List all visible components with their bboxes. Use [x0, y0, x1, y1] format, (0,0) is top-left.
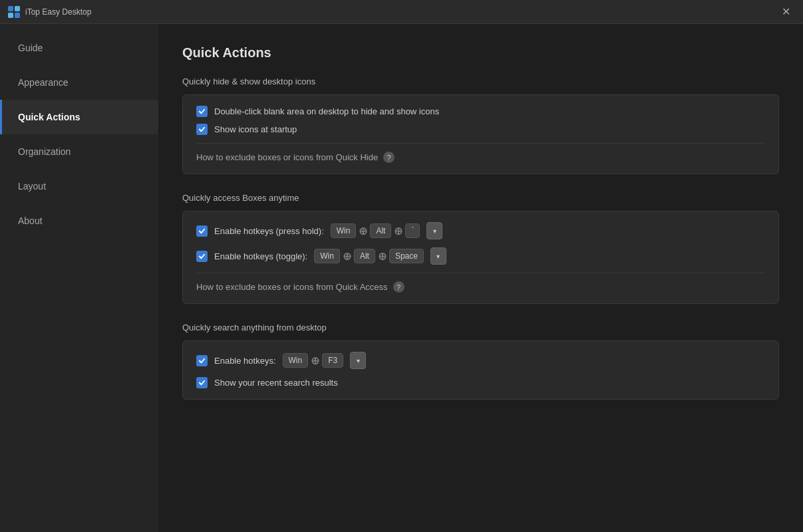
card-search: Enable hotkeys: Win ⊕ F3 ▾ Show your rec…	[182, 340, 779, 400]
title-bar: iTop Easy Desktop ✕	[0, 0, 803, 24]
help-text-hide-show: How to exclude boxes or icons from Quick…	[196, 152, 378, 162]
plus-hold-1: ⊕	[359, 225, 367, 237]
help-icon-access[interactable]: ?	[393, 281, 404, 293]
sidebar-item-quick-actions[interactable]: Quick Actions	[0, 100, 158, 134]
key-win-toggle: Win	[314, 249, 340, 263]
checkbox-row-double-click: Double-click blank area on desktop to hi…	[196, 106, 765, 117]
key-f3-search: F3	[322, 353, 343, 368]
checkbox-show-startup[interactable]	[196, 124, 208, 135]
dropdown-hold[interactable]: ▾	[426, 222, 442, 239]
checkbox-row-show-startup: Show icons at startup	[196, 124, 765, 135]
svg-rect-2	[8, 13, 13, 18]
hotkey-row-toggle: Enable hotkeys (toggle): Win ⊕ Alt ⊕ Spa…	[196, 247, 765, 265]
content-area: Quick Actions Quickly hide & show deskto…	[158, 24, 803, 532]
card-hide-show: Double-click blank area on desktop to hi…	[182, 94, 779, 174]
key-combo-toggle: Win ⊕ Alt ⊕ Space	[314, 249, 424, 263]
plus-toggle-2: ⊕	[378, 250, 387, 263]
page-title: Quick Actions	[182, 45, 779, 61]
main-layout: Guide Appearance Quick Actions Organizat…	[0, 24, 803, 532]
checkbox-recent-search-label: Show your recent search results	[214, 378, 338, 388]
key-space-toggle: Space	[389, 249, 424, 263]
key-alt-hold: Alt	[370, 223, 391, 238]
plus-hold-2: ⊕	[394, 225, 402, 237]
help-icon-hide-show[interactable]: ?	[383, 152, 395, 163]
close-button[interactable]: ✕	[776, 3, 795, 21]
hotkey-toggle-label: Enable hotkeys (toggle):	[214, 251, 307, 261]
section-access-boxes: Quickly access Boxes anytime Enable hotk…	[182, 193, 779, 304]
checkbox-show-startup-label: Show icons at startup	[214, 124, 297, 134]
hotkey-row-search: Enable hotkeys: Win ⊕ F3 ▾	[196, 352, 765, 369]
key-combo-hold: Win ⊕ Alt ⊕ `	[331, 223, 420, 238]
hotkey-search-label: Enable hotkeys:	[214, 356, 276, 366]
checkbox-recent-search[interactable]	[196, 377, 208, 388]
help-row-access: How to exclude boxes or icons from Quick…	[196, 273, 765, 293]
key-win-hold: Win	[331, 223, 357, 238]
dropdown-search[interactable]: ▾	[350, 352, 366, 369]
sidebar-item-guide[interactable]: Guide	[0, 31, 158, 65]
key-alt-toggle: Alt	[354, 249, 375, 263]
card-access-boxes: Enable hotkeys (press hold): Win ⊕ Alt ⊕…	[182, 211, 779, 304]
section-access-boxes-title: Quickly access Boxes anytime	[182, 193, 779, 203]
checkbox-double-click[interactable]	[196, 106, 208, 117]
svg-rect-1	[15, 6, 20, 11]
key-backtick-hold: `	[405, 223, 420, 238]
key-win-search: Win	[283, 353, 309, 368]
hotkey-hold-label: Enable hotkeys (press hold):	[214, 226, 324, 236]
plus-search-1: ⊕	[311, 354, 319, 367]
checkbox-search-hotkey[interactable]	[196, 355, 208, 366]
help-text-access: How to exclude boxes or icons from Quick…	[196, 282, 388, 292]
app-icon	[8, 6, 20, 18]
sidebar-item-about[interactable]: About	[0, 203, 158, 238]
section-hide-show-title: Quickly hide & show desktop icons	[182, 76, 779, 86]
checkbox-row-recent: Show your recent search results	[196, 377, 765, 388]
plus-toggle-1: ⊕	[343, 250, 351, 263]
section-search: Quickly search anything from desktop Ena…	[182, 323, 779, 400]
sidebar-item-organization[interactable]: Organization	[0, 134, 158, 169]
section-hide-show: Quickly hide & show desktop icons Double…	[182, 76, 779, 174]
help-row-hide-show: How to exclude boxes or icons from Quick…	[196, 143, 765, 163]
svg-rect-3	[15, 13, 20, 18]
sidebar: Guide Appearance Quick Actions Organizat…	[0, 24, 158, 532]
checkbox-hold[interactable]	[196, 225, 208, 237]
app-title: iTop Easy Desktop	[25, 7, 91, 17]
svg-rect-0	[8, 6, 13, 11]
sidebar-item-appearance[interactable]: Appearance	[0, 65, 158, 100]
sidebar-item-layout[interactable]: Layout	[0, 169, 158, 203]
key-combo-search: Win ⊕ F3	[283, 353, 344, 368]
checkbox-toggle[interactable]	[196, 251, 208, 262]
hotkey-row-hold: Enable hotkeys (press hold): Win ⊕ Alt ⊕…	[196, 222, 765, 239]
section-search-title: Quickly search anything from desktop	[182, 323, 779, 332]
title-bar-left: iTop Easy Desktop	[8, 6, 91, 18]
dropdown-toggle[interactable]: ▾	[430, 247, 446, 265]
checkbox-double-click-label: Double-click blank area on desktop to hi…	[214, 106, 439, 116]
